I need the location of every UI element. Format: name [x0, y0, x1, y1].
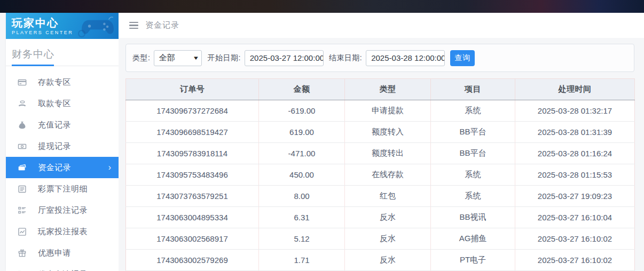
table-row: 1743096698519427619.00额度转入BB平台2025-03-28…: [126, 122, 635, 143]
end-date-input[interactable]: [366, 50, 445, 66]
column-header: 金额: [259, 79, 345, 100]
sidebar-section-title: 财务中心: [6, 39, 119, 65]
table-cell: 1743096737272684: [126, 100, 259, 122]
table-cell: 2025-03-27 16:10:02: [515, 250, 635, 271]
chevron-right-icon: ›: [108, 163, 111, 172]
type-select-value: 全部: [159, 53, 175, 63]
table-cell: -471.00: [259, 143, 345, 164]
table-row: 17430630025792691.71反水PT电子2025-03-27 16:…: [126, 250, 635, 271]
table-cell: 2025-03-27 16:10:02: [515, 228, 635, 250]
sidebar-menu: 存款专区取款专区充值记录提现记录资金记录›彩票下注明细厅室投注记录玩家投注报表优…: [6, 66, 119, 271]
column-header: 类型: [345, 79, 431, 100]
table-cell: 6.31: [259, 207, 345, 228]
table-cell: 1743095783918114: [126, 143, 259, 164]
table-cell: 2025-03-27 16:10:04: [515, 207, 635, 228]
table-cell: 在线存款: [345, 164, 431, 186]
sidebar-item-bank-card-0[interactable]: 存款专区: [6, 71, 119, 93]
table-cell: 5.12: [259, 228, 345, 250]
table-row: 17430737635792518.00红包系统2025-03-27 19:09…: [126, 186, 635, 207]
ticket-icon: [18, 163, 27, 172]
sidebar-item-document-5[interactable]: 彩票下注明细: [6, 178, 119, 200]
table-cell: 申请提款: [345, 100, 431, 122]
chevron-down-icon: ▾: [194, 54, 198, 61]
sidebar-item-money-bag-2[interactable]: 充值记录: [6, 114, 119, 136]
hand-coin-icon: [18, 99, 27, 108]
table-cell: 619.00: [259, 122, 345, 143]
table-row: 1743095783918114-471.00额度转出BB平台2025-03-2…: [126, 143, 635, 164]
table-cell: AG捕鱼: [431, 228, 515, 250]
table-header-row: 订单号金额类型项目处理时间: [126, 79, 635, 100]
main-content: 资金记录 类型: 全部 ▾ 开始日期: 结束日期: 查询 订单号金额类型项目处理…: [119, 13, 644, 271]
sidebar-item-banknote-3[interactable]: 提现记录: [6, 136, 119, 157]
end-date-label: 结束日期:: [329, 53, 362, 63]
table-cell: 1.71: [259, 250, 345, 271]
table-cell: BB平台: [431, 143, 515, 164]
funds-table: 订单号金额类型项目处理时间 1743096737272684-619.00申请提…: [125, 78, 635, 271]
table-cell: 额度转入: [345, 122, 431, 143]
table-cell: 2025-03-28 01:15:53: [515, 164, 635, 186]
table-cell: 额度转出: [345, 143, 431, 164]
table-row: 1743095753483496450.00在线存款系统2025-03-28 0…: [126, 164, 635, 186]
sidebar: 玩家中心 PLAYERS CENTER 财务中心 存款专区取款专区充值记录提现记…: [6, 13, 119, 271]
type-select[interactable]: 全部 ▾: [154, 50, 202, 66]
table-row: 17430630025689175.12反水AG捕鱼2025-03-27 16:…: [126, 228, 635, 250]
table-cell: 450.00: [259, 164, 345, 186]
breadcrumb: 资金记录: [145, 20, 179, 30]
sidebar-item-list-check-6[interactable]: 厅室投注记录: [6, 200, 119, 221]
chart-icon: [18, 227, 27, 236]
table-cell: 1743073763579251: [126, 186, 259, 207]
decorative-circle: [78, 30, 85, 37]
table-cell: 系统: [431, 164, 515, 186]
table-cell: 1743063002579269: [126, 250, 259, 271]
table-cell: 1743095753483496: [126, 164, 259, 186]
section-divider: [6, 65, 119, 66]
search-button[interactable]: 查询: [450, 50, 475, 66]
table-row: 1743096737272684-619.00申请提款系统2025-03-28 …: [126, 100, 635, 122]
sidebar-item-label: 提现记录: [38, 141, 71, 152]
topbar: 资金记录: [119, 13, 644, 38]
sidebar-item-hand-coin-1[interactable]: 取款专区: [6, 93, 119, 114]
table-cell: 系统: [431, 100, 515, 122]
sidebar-item-gift-8[interactable]: 优惠申请: [6, 242, 119, 264]
table-cell: 反水: [345, 207, 431, 228]
table-cell: 红包: [345, 186, 431, 207]
table-cell: 2025-03-28 01:16:24: [515, 143, 635, 164]
table-cell: 2025-03-28 01:32:17: [515, 100, 635, 122]
sidebar-item-list-check-9[interactable]: 优惠申请记录: [6, 264, 119, 271]
type-label: 类型:: [132, 53, 150, 63]
start-date-label: 开始日期:: [207, 53, 240, 63]
sidebar-item-ticket-4[interactable]: 资金记录›: [6, 157, 119, 178]
gift-icon: [18, 249, 27, 258]
table-row: 17430630048953346.31反水BB视讯2025-03-27 16:…: [126, 207, 635, 228]
sidebar-item-label: 优惠申请记录: [38, 269, 88, 271]
table-cell: 1743096698519427: [126, 122, 259, 143]
list-check-icon: [18, 206, 27, 215]
table-cell: 1743063004895334: [126, 207, 259, 228]
sidebar-header: 玩家中心 PLAYERS CENTER: [6, 13, 119, 39]
table-cell: 反水: [345, 228, 431, 250]
table-body: 1743096737272684-619.00申请提款系统2025-03-28 …: [126, 100, 635, 271]
column-header: 订单号: [126, 79, 259, 100]
table-cell: BB平台: [431, 122, 515, 143]
table-cell: BB视讯: [431, 207, 515, 228]
column-header: 处理时间: [515, 79, 635, 100]
table-cell: -619.00: [259, 100, 345, 122]
table-cell: 8.00: [259, 186, 345, 207]
column-header: 项目: [431, 79, 515, 100]
table-cell: PT电子: [431, 250, 515, 271]
table-cell: 系统: [431, 186, 515, 207]
sidebar-item-label: 厅室投注记录: [38, 205, 88, 216]
sidebar-item-label: 取款专区: [38, 99, 71, 109]
sidebar-item-label: 优惠申请: [38, 248, 71, 258]
sidebar-item-label: 资金记录: [38, 163, 71, 173]
start-date-input[interactable]: [245, 50, 324, 66]
sidebar-item-chart-7[interactable]: 玩家投注报表: [6, 221, 119, 242]
document-icon: [18, 185, 27, 194]
bank-card-icon: [18, 78, 27, 87]
table-cell: 2025-03-28 01:31:39: [515, 122, 635, 143]
money-bag-icon: [18, 121, 27, 130]
sidebar-item-label: 充值记录: [38, 120, 71, 130]
sidebar-item-label: 玩家投注报表: [38, 227, 88, 237]
menu-toggle-icon[interactable]: [129, 22, 138, 29]
table-cell: 反水: [345, 250, 431, 271]
